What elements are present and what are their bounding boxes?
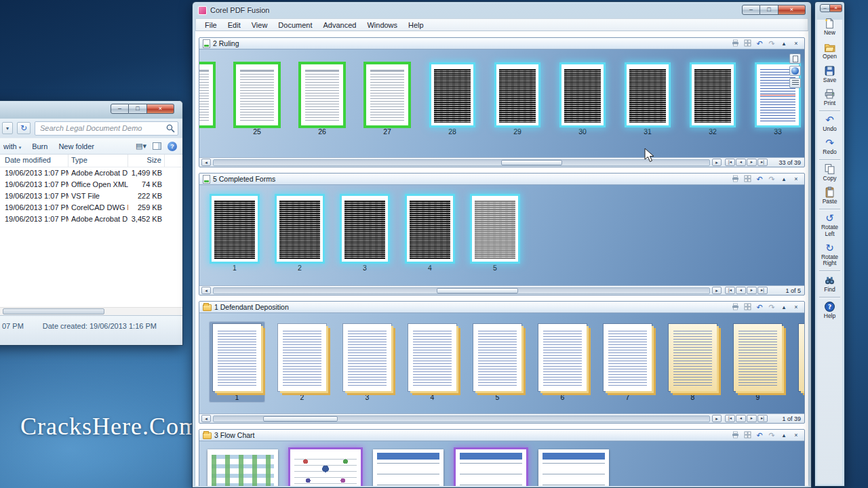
pages-grid-icon[interactable] [743,175,752,184]
scroll-left-button[interactable]: ◂ [201,415,211,422]
page-thumbnail[interactable]: 6 [534,321,591,403]
menu-item[interactable]: File [199,20,222,30]
page-thumbnail[interactable]: 30 [557,62,608,137]
copy-button[interactable]: Copy [816,161,844,185]
scrollbar-thumb[interactable] [3,308,104,314]
save-button[interactable]: Save [816,63,844,87]
maximize-button[interactable]: □ [129,104,147,114]
next-page-button[interactable]: ▸ [747,159,757,166]
column-date-modified[interactable]: Date modified [2,155,68,167]
menu-item[interactable]: Advanced [318,20,362,30]
scroll-right-button[interactable]: ▸ [712,159,722,166]
open-button[interactable]: Open [816,39,844,63]
menu-item[interactable]: Windows [361,20,403,30]
scrollbar-thumb[interactable] [263,416,338,422]
close-button[interactable]: × [778,5,806,15]
refresh-button[interactable]: ↻ [17,122,31,134]
search-box[interactable] [35,121,178,136]
collapse-icon[interactable]: ▴ [779,176,789,182]
collapse-icon[interactable]: ▴ [779,304,789,310]
panel-close-icon[interactable]: × [791,304,801,310]
first-page-button[interactable]: |◂ [725,287,735,294]
page-thumbnail[interactable]: 25 [232,62,282,137]
close-button[interactable]: × [830,4,842,12]
redo-icon[interactable]: ↷ [767,176,776,183]
burn-button[interactable]: Burn [32,142,47,150]
print-icon[interactable] [730,175,740,184]
address-dropdown-button[interactable]: ▾ [2,122,13,134]
rotate-right-button[interactable]: ↻ Rotate Right [816,241,844,270]
list-view-button[interactable] [789,78,801,88]
page-thumbnail[interactable]: 27 [362,62,412,137]
undo-icon[interactable]: ↶ [755,40,764,47]
panel-scrollbar[interactable] [213,415,710,422]
last-page-button[interactable]: ▸| [757,287,768,294]
web-view-button[interactable] [789,66,801,76]
pages-grid-icon[interactable] [743,39,752,48]
scroll-left-button[interactable]: ◂ [201,287,211,294]
page-thumbnail[interactable] [199,62,217,137]
redo-button[interactable]: ↷ Redo [816,136,844,159]
prev-page-button[interactable]: ◂ [736,415,746,422]
next-page-button[interactable]: ▸ [747,415,757,422]
page-thumbnail[interactable]: 32 [688,62,738,137]
page-thumbnail[interactable] [286,447,365,486]
paste-button[interactable]: Paste [816,184,844,208]
panel-header[interactable]: 2 Ruling ↶ ↷ ▴ × [199,38,804,49]
page-thumbnail[interactable]: 2 [274,321,330,403]
undo-icon[interactable]: ↶ [755,304,764,311]
prev-page-button[interactable]: ◂ [736,159,746,166]
search-input[interactable] [35,121,178,136]
preview-pane-button[interactable] [153,142,161,150]
menu-item[interactable]: Edit [222,20,246,30]
minimize-button[interactable]: – [820,4,830,12]
page-thumbnail[interactable]: 28 [427,62,477,137]
page-thumbnail[interactable]: 9 [730,321,786,403]
panel-close-icon[interactable]: × [791,41,801,47]
page-thumbnail[interactable]: 4 [404,321,460,403]
page-thumbnail[interactable]: 1 [209,321,265,403]
page-thumbnail[interactable] [452,447,530,486]
print-icon[interactable] [730,431,740,440]
page-thumbnail[interactable] [534,447,613,486]
column-size[interactable]: Size [128,155,165,167]
page-thumbnail[interactable]: 2 [273,193,327,273]
page-thumbnail[interactable]: 7 [599,321,656,403]
collapse-icon[interactable]: ▴ [779,41,789,47]
help-button[interactable]: ? [167,142,177,151]
menu-item[interactable]: Help [403,20,429,30]
page-thumbnail[interactable]: 5 [468,193,522,273]
views-button[interactable]: ▤▾ [136,142,146,150]
palette-titlebar[interactable]: – × [815,2,844,14]
print-icon[interactable] [730,303,740,312]
new-folder-button[interactable]: New folder [58,142,94,150]
pages-grid-icon[interactable] [743,303,752,312]
scroll-right-button[interactable]: ▸ [712,415,722,422]
page-thumbnail[interactable]: 26 [297,62,347,137]
page-thumbnail[interactable]: 31 [623,62,673,137]
horizontal-scrollbar[interactable] [0,307,182,315]
collapse-icon[interactable]: ▴ [779,432,789,439]
redo-icon[interactable]: ↷ [767,304,776,311]
scrollbar-thumb[interactable] [437,288,518,293]
column-type[interactable]: Type [68,155,128,167]
print-button[interactable]: Print [816,86,844,110]
redo-icon[interactable]: ↷ [767,432,776,439]
minimize-button[interactable]: – [111,104,129,114]
page-thumbnail[interactable] [203,447,282,486]
first-page-button[interactable]: |◂ [725,415,735,422]
page-thumbnail[interactable]: 29 [492,62,542,137]
redo-icon[interactable]: ↷ [767,40,776,47]
minimize-button[interactable]: – [742,5,760,15]
menu-item[interactable]: Document [273,20,317,30]
page-thumbnail[interactable]: 4 [403,193,457,273]
scroll-right-button[interactable]: ▸ [712,287,722,294]
panel-header[interactable]: 3 Flow Chart ↶ ↷ ▴ × [199,430,804,441]
file-row[interactable]: 19/06/2013 1:07 PM CorelCAD DWG Dr... 25… [0,202,182,214]
new-button[interactable]: New [816,16,844,39]
rotate-left-button[interactable]: ↺ Rotate Left [816,211,844,241]
file-row[interactable]: 19/06/2013 1:07 PM Adobe Acrobat D... 3,… [0,214,182,225]
window-titlebar[interactable]: Corel PDF Fusion – □ × [195,2,808,18]
panel-header[interactable]: 1 Defendant Deposition ↶ ↷ ▴ × [199,302,804,313]
page-thumbnail[interactable]: 8 [665,321,721,403]
